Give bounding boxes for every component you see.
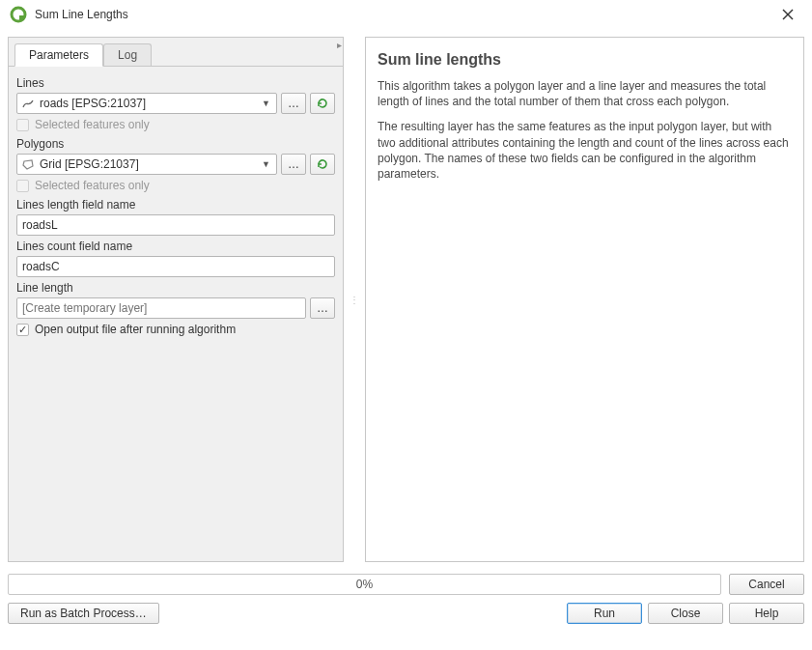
help-paragraph-2: The resulting layer has the same feature… — [378, 119, 792, 182]
lines-selected-only-checkbox — [16, 119, 29, 131]
help-button[interactable]: Help — [729, 603, 804, 624]
close-button[interactable] — [773, 9, 802, 20]
svg-rect-1 — [19, 15, 24, 20]
progress-text: 0% — [356, 578, 373, 591]
lines-layer-value: roads [EPSG:21037] — [40, 97, 255, 110]
dialog-body: ▸ Parameters Log Lines roads [EPSG:21037… — [0, 29, 812, 570]
window-title: Sum Line Lengths — [35, 8, 773, 21]
parameters-panel: ▸ Parameters Log Lines roads [EPSG:21037… — [8, 37, 344, 562]
dialog-footer: 0% Cancel Run as Batch Process… Run Clos… — [0, 570, 812, 632]
run-batch-button[interactable]: Run as Batch Process… — [8, 603, 159, 624]
open-output-label: Open output file after running algorithm — [35, 323, 236, 336]
open-output-checkbox[interactable] — [16, 324, 29, 336]
close-dialog-button[interactable]: Close — [648, 603, 723, 624]
polygons-iterate-button[interactable] — [310, 154, 335, 175]
polygons-layer-value: Grid [EPSG:21037] — [40, 157, 255, 171]
cancel-button[interactable]: Cancel — [729, 574, 804, 595]
title-bar: Sum Line Lengths — [0, 0, 812, 29]
output-label: Line length — [16, 281, 335, 295]
polygons-selected-only-label: Selected features only — [35, 179, 150, 192]
tab-bar: Parameters Log — [9, 38, 343, 67]
count-field-label: Lines count field name — [16, 240, 335, 253]
tab-parameters[interactable]: Parameters — [14, 43, 103, 67]
output-path-input[interactable] — [16, 297, 306, 319]
lines-label: Lines — [16, 76, 335, 90]
qgis-icon — [10, 6, 27, 23]
lines-selected-only-label: Selected features only — [35, 118, 150, 131]
help-title: Sum line lengths — [378, 51, 792, 69]
chevron-down-icon: ▼ — [260, 159, 272, 169]
length-field-input[interactable] — [16, 214, 335, 236]
output-browse-button[interactable]: … — [310, 297, 335, 319]
lines-layer-select[interactable]: roads [EPSG:21037] ▼ — [16, 93, 277, 114]
help-panel: Sum line lengths This algorithm takes a … — [365, 37, 804, 562]
polygons-browse-button[interactable]: … — [281, 154, 306, 175]
lines-iterate-button[interactable] — [310, 93, 335, 114]
lines-browse-button[interactable]: … — [281, 93, 306, 114]
progress-bar: 0% — [8, 574, 721, 595]
polygons-layer-select[interactable]: Grid [EPSG:21037] ▼ — [16, 154, 277, 175]
polygon-layer-icon — [21, 157, 35, 171]
polygons-selected-only-checkbox — [16, 180, 29, 192]
tab-log[interactable]: Log — [103, 43, 152, 67]
help-paragraph-1: This algorithm takes a polygon layer and… — [378, 78, 792, 109]
run-button[interactable]: Run — [567, 603, 642, 624]
parameters-form: Lines roads [EPSG:21037] ▼ … Selected fe… — [9, 66, 343, 561]
polygons-label: Polygons — [16, 137, 335, 151]
collapse-toggle-icon[interactable]: ▸ — [337, 40, 347, 53]
splitter-handle[interactable]: ⋮ — [351, 37, 357, 562]
count-field-input[interactable] — [16, 256, 335, 277]
line-layer-icon — [21, 97, 35, 110]
length-field-label: Lines length field name — [16, 198, 335, 212]
chevron-down-icon: ▼ — [260, 99, 272, 108]
